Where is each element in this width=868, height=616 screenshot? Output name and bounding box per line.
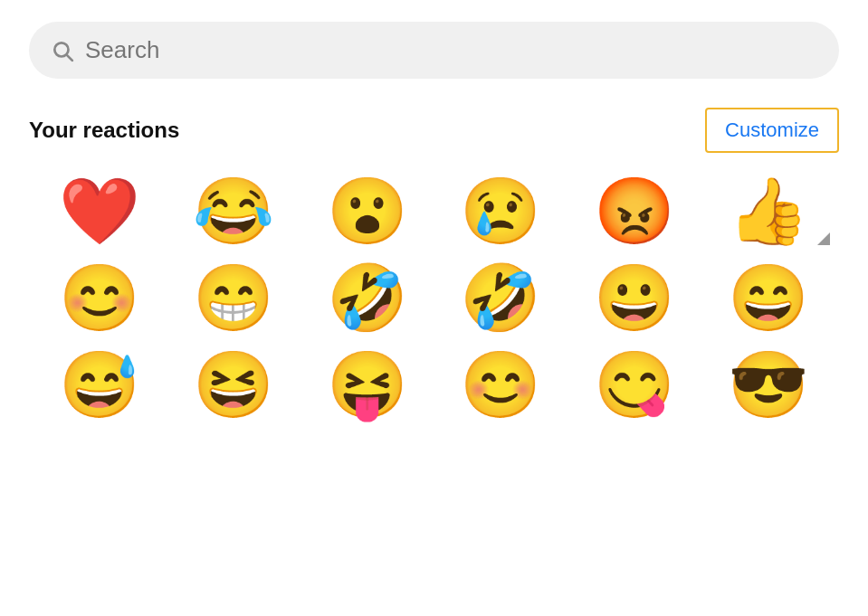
expand-triangle	[817, 232, 830, 245]
emoji-rofl2[interactable]: 🤣	[437, 261, 564, 334]
emoji-squint[interactable]: 😝	[304, 348, 431, 421]
emoji-laughsquint[interactable]: 😆	[170, 348, 297, 421]
emoji-sweat[interactable]: 😅	[36, 348, 163, 421]
reactions-header: Your reactions Customize	[29, 108, 839, 153]
emoji-angry[interactable]: 😡	[571, 175, 698, 247]
search-icon	[51, 39, 74, 62]
main-container: Your reactions Customize ❤️ 😂 😮 😢 😡 👍 😊 …	[0, 0, 868, 442]
svg-line-1	[67, 54, 72, 60]
emoji-heart[interactable]: ❤️	[36, 175, 163, 247]
reactions-title: Your reactions	[29, 118, 179, 143]
emoji-happy[interactable]: 😀	[571, 261, 698, 334]
emoji-grin[interactable]: 😁	[170, 261, 297, 334]
emoji-thumbsup[interactable]: 👍	[705, 175, 832, 247]
customize-button[interactable]: Customize	[705, 108, 839, 153]
emoji-blush[interactable]: 😊	[437, 348, 564, 421]
emoji-beaming[interactable]: 😄	[705, 261, 832, 334]
emoji-sad[interactable]: 😢	[437, 175, 564, 247]
emoji-rofl[interactable]: 🤣	[304, 261, 431, 334]
search-input[interactable]	[85, 36, 817, 64]
search-bar[interactable]	[29, 22, 839, 79]
emoji-joy[interactable]: 😂	[170, 175, 297, 247]
emoji-yum[interactable]: 😋	[571, 348, 698, 421]
emoji-smile[interactable]: 😊	[36, 261, 163, 334]
emoji-sunglasses[interactable]: 😎	[705, 348, 832, 421]
emoji-grid: ❤️ 😂 😮 😢 😡 👍 😊 😁 🤣 🤣 😀 😄 😅 😆 😝 😊 😋 😎	[29, 175, 839, 421]
emoji-wow[interactable]: 😮	[304, 175, 431, 247]
